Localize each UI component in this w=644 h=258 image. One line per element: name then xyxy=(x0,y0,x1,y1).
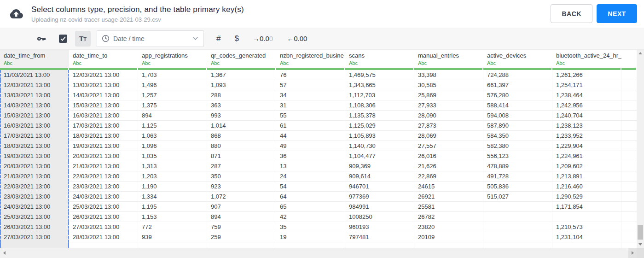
cell[interactable]: 515,027 xyxy=(483,192,552,202)
cell[interactable] xyxy=(69,242,138,248)
cell[interactable]: 25,869 xyxy=(414,90,483,100)
cell[interactable]: 350 xyxy=(207,171,276,182)
cell[interactable]: 21/03/2021 13:00 xyxy=(0,171,69,182)
cell[interactable]: 23820 xyxy=(414,222,483,232)
cell[interactable]: 1,242,956 xyxy=(552,100,621,111)
cell[interactable]: 797481 xyxy=(345,232,414,242)
cell[interactable]: 21/03/2021 13:00 xyxy=(69,161,138,171)
cell[interactable]: 287 xyxy=(207,161,276,171)
cell[interactable]: 1,496 xyxy=(138,80,207,90)
cell[interactable]: 1,703 xyxy=(138,70,207,80)
cell[interactable]: 1,375 xyxy=(138,100,207,111)
cell[interactable]: 28/03/2021 13:00 xyxy=(69,232,138,242)
cell[interactable]: 26/03/2021 13:00 xyxy=(69,212,138,222)
cell[interactable] xyxy=(483,242,552,248)
cell[interactable]: 17/03/2021 13:00 xyxy=(0,131,69,141)
vertical-scrollbar[interactable] xyxy=(637,50,644,248)
cell[interactable]: 42 xyxy=(276,212,345,222)
cell[interactable]: 19/03/2021 13:00 xyxy=(0,151,69,161)
cell[interactable]: 909,369 xyxy=(345,161,414,171)
cell[interactable]: 594,008 xyxy=(483,111,552,121)
cell[interactable]: 49 xyxy=(276,141,345,151)
cell[interactable]: 1,216,460 xyxy=(552,182,621,192)
cell[interactable]: 1,014 xyxy=(207,121,276,131)
cell[interactable]: 582,380 xyxy=(483,141,552,151)
column-header-qr_codes_generated[interactable]: qr_codes_generatedAbc xyxy=(207,50,276,70)
cell[interactable]: 55 xyxy=(276,111,345,121)
scroll-left-icon[interactable] xyxy=(3,251,6,255)
cell[interactable]: 478,889 xyxy=(483,161,552,171)
cell[interactable]: 26782 xyxy=(414,212,483,222)
cell[interactable]: 26/03/2021 13:00 xyxy=(0,222,69,232)
cell[interactable]: 13/03/2021 13:00 xyxy=(69,80,138,90)
scroll-right-button[interactable] xyxy=(628,248,637,258)
cell[interactable]: 17/03/2021 13:00 xyxy=(69,121,138,131)
cell[interactable] xyxy=(345,242,414,248)
cell[interactable]: 15/03/2021 13:00 xyxy=(0,111,69,121)
cell[interactable]: 587,890 xyxy=(483,121,552,131)
cell[interactable]: 18/03/2021 13:00 xyxy=(69,131,138,141)
cell[interactable] xyxy=(552,212,621,222)
cell[interactable]: 1,229,904 xyxy=(552,141,621,151)
cell[interactable]: 993 xyxy=(207,111,276,121)
cell[interactable]: 22,869 xyxy=(414,171,483,182)
cell[interactable]: 923 xyxy=(207,182,276,192)
cell[interactable]: 1,105,893 xyxy=(345,131,414,141)
cell[interactable]: 30,585 xyxy=(414,80,483,90)
cell[interactable]: 24/03/2021 13:00 xyxy=(0,202,69,212)
cell[interactable]: 1,072 xyxy=(207,192,276,202)
cell[interactable]: 977369 xyxy=(345,192,414,202)
scroll-up-icon[interactable] xyxy=(638,52,642,54)
cell[interactable]: 64 xyxy=(276,192,345,202)
column-type-dropdown[interactable]: Date / time xyxy=(97,30,203,47)
back-button[interactable]: BACK xyxy=(551,4,592,23)
cell[interactable]: 1,238,123 xyxy=(552,121,621,131)
cell[interactable]: 25/03/2021 13:00 xyxy=(69,202,138,212)
cell[interactable]: 16/03/2021 13:00 xyxy=(0,121,69,131)
cell[interactable]: 1,469,575 xyxy=(345,70,414,80)
cell[interactable]: 1,171,854 xyxy=(552,202,621,212)
cell[interactable] xyxy=(276,242,345,248)
cell[interactable]: 13/03/2021 13:00 xyxy=(0,90,69,100)
cell[interactable]: 1,254,171 xyxy=(552,80,621,90)
cell[interactable]: 15/03/2021 13:00 xyxy=(69,100,138,111)
cell[interactable]: 23/03/2021 13:00 xyxy=(0,192,69,202)
next-button[interactable]: NEXT xyxy=(597,4,637,23)
cell[interactable]: 868 xyxy=(207,131,276,141)
cell[interactable]: 1,104,477 xyxy=(345,151,414,161)
cell[interactable]: 18/03/2021 13:00 xyxy=(0,141,69,151)
cell[interactable]: 1,224,961 xyxy=(552,151,621,161)
cell[interactable]: 1,209,602 xyxy=(552,161,621,171)
cell[interactable]: 363 xyxy=(207,100,276,111)
cell[interactable]: 1,063 xyxy=(138,131,207,141)
cell[interactable]: 939 xyxy=(138,232,207,242)
cell[interactable]: 491,728 xyxy=(483,171,552,182)
cell[interactable]: 894 xyxy=(207,212,276,222)
cell[interactable]: 1,108,306 xyxy=(345,100,414,111)
cell[interactable]: 259 xyxy=(207,232,276,242)
cell[interactable]: 22/03/2021 13:00 xyxy=(69,171,138,182)
cell[interactable]: 1008250 xyxy=(345,212,414,222)
cell[interactable]: 1,135,378 xyxy=(345,111,414,121)
cell[interactable]: 27,873 xyxy=(414,121,483,131)
cell[interactable]: 36 xyxy=(276,151,345,161)
column-header-manual_entries[interactable]: manual_entriesAbc xyxy=(414,50,483,70)
cell[interactable]: 1,238,464 xyxy=(552,90,621,100)
cell[interactable]: 1,153 xyxy=(138,212,207,222)
cell[interactable]: 1,140,730 xyxy=(345,141,414,151)
cell[interactable]: 960193 xyxy=(345,222,414,232)
cell[interactable] xyxy=(483,222,552,232)
cell[interactable]: 894 xyxy=(138,111,207,121)
cell[interactable]: 909,614 xyxy=(345,171,414,182)
cell[interactable]: 588,414 xyxy=(483,100,552,111)
cell[interactable]: 1,343,665 xyxy=(345,80,414,90)
cell[interactable]: 984991 xyxy=(345,202,414,212)
column-enabled-checkbox[interactable] xyxy=(59,35,67,43)
cell[interactable]: 22/03/2021 13:00 xyxy=(0,182,69,192)
cell[interactable]: 946701 xyxy=(345,182,414,192)
cell[interactable]: 11/03/2021 13:00 xyxy=(0,70,69,80)
cell[interactable]: 31 xyxy=(276,100,345,111)
cell[interactable]: 1,125,029 xyxy=(345,121,414,131)
cell[interactable]: 20/03/2021 13:00 xyxy=(0,161,69,171)
cell[interactable]: 1,093 xyxy=(207,80,276,90)
